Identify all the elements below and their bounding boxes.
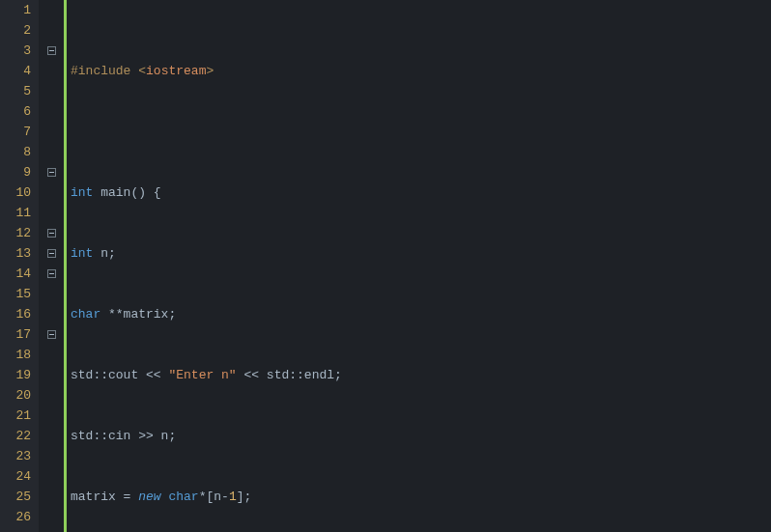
fold-cell[interactable]: [39, 264, 64, 284]
line-number: 16: [0, 304, 31, 324]
line-number: 26: [0, 507, 31, 527]
code-editor[interactable]: 1234567891011121314151617181920212223242…: [0, 0, 771, 532]
line-number: 20: [0, 385, 31, 406]
fold-cell: [39, 385, 64, 406]
line-number: 11: [0, 203, 31, 223]
line-number: 23: [0, 446, 31, 466]
fold-cell[interactable]: [39, 41, 64, 61]
line-number: 7: [0, 122, 31, 142]
fold-column[interactable]: [39, 0, 64, 532]
fold-cell: [39, 304, 64, 324]
fold-cell: [39, 507, 64, 527]
fold-cell: [39, 446, 64, 466]
fold-cell[interactable]: [39, 223, 64, 243]
preprocessor: #include: [71, 61, 138, 81]
fold-toggle-icon[interactable]: [47, 269, 56, 278]
fold-cell[interactable]: [39, 324, 64, 345]
code-area[interactable]: #include <iostream> int main() { int n; …: [67, 0, 771, 532]
line-number: 8: [0, 142, 31, 162]
code-line[interactable]: std::cin >> n;: [71, 426, 771, 446]
line-number: 1: [0, 0, 31, 20]
line-number: 19: [0, 365, 31, 385]
fold-cell: [39, 122, 64, 142]
line-number: 6: [0, 101, 31, 122]
line-number: 14: [0, 264, 31, 284]
fold-cell: [39, 182, 64, 203]
fold-toggle-icon[interactable]: [47, 229, 56, 238]
fold-toggle-icon[interactable]: [47, 46, 56, 55]
fold-cell[interactable]: [39, 162, 64, 182]
line-number: 5: [0, 81, 31, 101]
fold-cell: [39, 101, 64, 122]
code-line[interactable]: matrix = new char*[n-1];: [71, 487, 771, 507]
code-line[interactable]: int n;: [71, 243, 771, 264]
fold-cell: [39, 20, 64, 41]
code-line[interactable]: int main() {: [71, 182, 771, 203]
line-number: 15: [0, 284, 31, 304]
fold-cell: [39, 487, 64, 507]
line-number: 17: [0, 324, 31, 345]
fold-cell: [39, 466, 64, 487]
fold-toggle-icon[interactable]: [47, 168, 56, 177]
line-number: 25: [0, 487, 31, 507]
fold-cell: [39, 365, 64, 385]
fold-cell: [39, 203, 64, 223]
fold-cell: [39, 345, 64, 365]
line-number-gutter: 1234567891011121314151617181920212223242…: [0, 0, 39, 532]
line-number: 12: [0, 223, 31, 243]
line-number: 3: [0, 41, 31, 61]
line-number: 4: [0, 61, 31, 81]
fold-cell: [39, 284, 64, 304]
code-line[interactable]: #include <iostream>: [71, 61, 771, 81]
fold-cell: [39, 81, 64, 101]
line-number: 10: [0, 182, 31, 203]
code-line[interactable]: char **matrix;: [71, 304, 771, 324]
fold-cell: [39, 0, 64, 20]
fold-cell[interactable]: [39, 243, 64, 264]
code-line[interactable]: [71, 122, 771, 142]
fold-toggle-icon[interactable]: [47, 330, 56, 339]
line-number: 21: [0, 406, 31, 426]
line-number: 2: [0, 20, 31, 41]
fold-cell: [39, 406, 64, 426]
line-number: 9: [0, 162, 31, 182]
line-number: 22: [0, 426, 31, 446]
fold-cell: [39, 142, 64, 162]
code-line[interactable]: std::cout << "Enter n" << std::endl;: [71, 365, 771, 385]
fold-cell: [39, 61, 64, 81]
line-number: 18: [0, 345, 31, 365]
line-number: 13: [0, 243, 31, 264]
line-number: 24: [0, 466, 31, 487]
fold-cell: [39, 426, 64, 446]
fold-toggle-icon[interactable]: [47, 249, 56, 258]
